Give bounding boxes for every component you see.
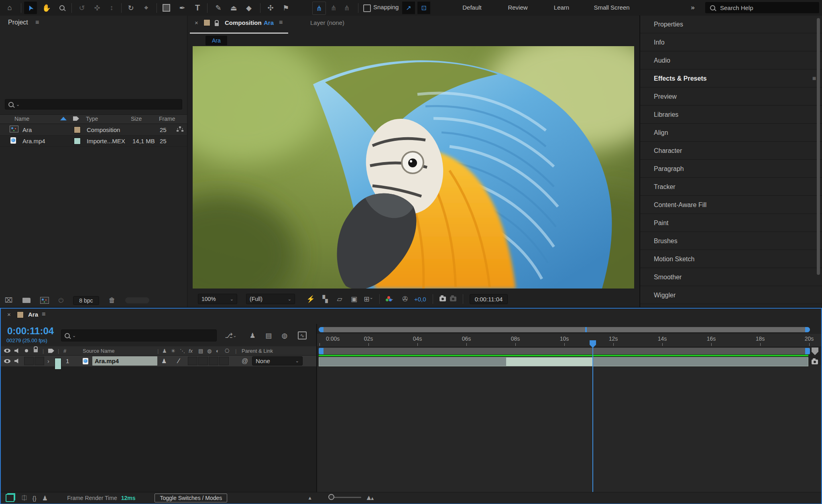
- workspace-tab-small-screen[interactable]: Small Screen: [587, 0, 637, 15]
- snap-to-features-icon[interactable]: ⊡: [417, 2, 430, 14]
- layer-label-swatch[interactable]: [55, 358, 61, 370]
- zoom-tool-icon[interactable]: [55, 2, 68, 14]
- delete-item-icon[interactable]: 🗑: [109, 297, 116, 305]
- magnification-dropdown[interactable]: 100%⌄: [198, 294, 237, 304]
- layer-expander-icon[interactable]: ›: [47, 356, 49, 366]
- source-name-column-header[interactable]: Source Name: [83, 346, 114, 355]
- effects-switch-icon[interactable]: fx: [189, 346, 193, 355]
- project-search-box[interactable]: ⌄: [5, 99, 182, 110]
- layer-switch-cell[interactable]: [209, 357, 218, 365]
- right-panel-scrollbar[interactable]: [817, 18, 820, 275]
- current-timecode[interactable]: 0:00:11:04: [7, 325, 54, 337]
- parent-pickwhip-icon[interactable]: @: [242, 356, 248, 366]
- solo-column-icon[interactable]: [25, 346, 28, 355]
- panel-tab-tracker[interactable]: Tracker: [640, 178, 822, 196]
- panel-menu-icon[interactable]: ≡: [42, 311, 45, 318]
- panel-tab-brushes[interactable]: Brushes: [640, 232, 822, 250]
- work-area-start-handle[interactable]: [319, 348, 324, 354]
- mask-visibility-icon[interactable]: ▱: [334, 295, 345, 303]
- layer-row[interactable]: › 1 Ara.mp4 ♟ ∕ @ None⌄: [1, 356, 316, 366]
- parent-link-column-header[interactable]: Parent & Link: [242, 346, 273, 355]
- composition-tab-label[interactable]: Composition: [225, 19, 262, 26]
- project-panel-menu-icon[interactable]: ≡: [35, 19, 39, 26]
- pen-tool-icon[interactable]: ✒: [176, 2, 189, 14]
- roto-brush-tool-icon[interactable]: ✣: [264, 2, 277, 14]
- expand-render-time-pane-icon[interactable]: ♟: [42, 494, 48, 502]
- close-icon[interactable]: ×: [195, 19, 198, 26]
- timeline-zoom-slider-knob[interactable]: [328, 494, 334, 500]
- snapping-checkbox[interactable]: [363, 4, 371, 12]
- project-row-composition[interactable]: Ara Composition 25: [0, 124, 187, 136]
- brush-tool-icon[interactable]: ✎: [212, 2, 225, 14]
- layer-source-name[interactable]: Ara.mp4: [92, 356, 157, 366]
- layer-switch-cell[interactable]: [219, 357, 229, 365]
- collapse-transformations-icon[interactable]: ✳: [171, 346, 175, 355]
- layer-switch-cell[interactable]: [198, 357, 208, 365]
- timeline-tab-name[interactable]: Ara: [28, 311, 38, 318]
- project-row-footage[interactable]: Ara.mp4 Importe...MEX 14,1 MB 25: [0, 135, 187, 147]
- render-engine-icon[interactable]: ⏻: [59, 297, 64, 304]
- frame-blending-master-icon[interactable]: ▤: [262, 330, 275, 341]
- parent-dropdown[interactable]: None⌄: [252, 356, 303, 366]
- panel-tab-smoother[interactable]: Smoother: [640, 268, 822, 286]
- workspace-overflow-chevron[interactable]: »: [685, 0, 701, 15]
- adjustment-layer-switch-icon[interactable]: ◐: [216, 346, 219, 355]
- clone-stamp-tool-icon[interactable]: ⏏: [227, 2, 240, 14]
- video-column-icon[interactable]: [4, 346, 10, 355]
- scrollbar-right-cap[interactable]: [805, 327, 810, 332]
- panel-tab-character[interactable]: Character: [640, 142, 822, 160]
- local-axis-mode-icon[interactable]: ⋔: [312, 2, 326, 15]
- channel-rgb-icon[interactable]: ⌄: [385, 296, 396, 302]
- exposure-value[interactable]: +0,0: [414, 296, 426, 303]
- composition-mini-flowchart-icon[interactable]: ⎇⌄: [225, 330, 237, 341]
- panel-tab-align[interactable]: Align: [640, 124, 822, 142]
- panel-tab-info[interactable]: Info: [640, 34, 822, 51]
- layer-switch-cell[interactable]: [188, 357, 197, 365]
- type-tool-icon[interactable]: T: [191, 2, 204, 14]
- fast-preview-icon[interactable]: ⚡: [305, 295, 316, 303]
- frame-blend-switch-icon[interactable]: ▤: [198, 346, 203, 355]
- home-icon[interactable]: ⌂: [3, 2, 16, 14]
- rectangle-tool-icon[interactable]: [160, 2, 173, 14]
- motion-blur-master-icon[interactable]: ◍: [279, 330, 291, 341]
- layer-video-eye-icon[interactable]: [4, 356, 10, 366]
- scrollbar-left-cap[interactable]: [319, 327, 324, 332]
- selection-tool-icon[interactable]: ➤: [24, 2, 37, 14]
- timeline-horizontal-scrollbar[interactable]: [319, 327, 810, 332]
- label-column-tag-icon[interactable]: [48, 346, 54, 355]
- layer-quality-toggle[interactable]: ∕: [178, 356, 179, 366]
- expand-layer-switches-icon[interactable]: [6, 494, 14, 502]
- orbit-camera-tool-icon[interactable]: ↺: [75, 2, 88, 14]
- resolution-dropdown[interactable]: (Full)⌄: [246, 294, 295, 304]
- shy-switch-icon[interactable]: ♟: [162, 346, 167, 355]
- grid-guides-icon[interactable]: ⊞⌄: [363, 295, 374, 303]
- layer-tab-label[interactable]: Layer (none): [310, 19, 344, 26]
- panel-tab-audio[interactable]: Audio: [640, 52, 822, 69]
- audio-column-icon[interactable]: [14, 346, 20, 355]
- comp-button-icon[interactable]: [812, 360, 818, 364]
- workspace-tab-learn[interactable]: Learn: [549, 0, 574, 15]
- panel-menu-icon[interactable]: ≡: [279, 19, 283, 26]
- unlock-icon[interactable]: [215, 23, 219, 26]
- composition-tab-name[interactable]: Ara: [264, 19, 274, 26]
- transparency-grid-icon[interactable]: ▚: [320, 295, 330, 303]
- layer-audio-icon[interactable]: [14, 356, 20, 366]
- index-column-header[interactable]: #: [63, 346, 66, 355]
- region-of-interest-icon[interactable]: ▣: [349, 295, 359, 303]
- column-frame-rate[interactable]: Frame Ra...: [159, 114, 187, 123]
- help-search-input[interactable]: [719, 4, 809, 12]
- take-snapshot-icon[interactable]: [439, 297, 446, 301]
- composition-mini-flow-chip[interactable]: Ara: [206, 36, 227, 45]
- world-axis-mode-icon[interactable]: ⋔: [327, 2, 340, 14]
- sort-ascending-icon[interactable]: [60, 117, 67, 120]
- timeline-column-divider[interactable]: [316, 324, 317, 492]
- 3d-layer-switch-icon[interactable]: ⎔: [225, 346, 229, 355]
- panel-tab-paint[interactable]: Paint: [640, 214, 822, 232]
- panel-tab-mask-interpolation[interactable]: Mask Interpolation: [640, 305, 822, 307]
- viewer-timecode[interactable]: 0:00:11:04: [470, 294, 508, 304]
- work-area-end-handle[interactable]: [805, 348, 810, 354]
- comp-marker-bin-icon[interactable]: [812, 348, 818, 355]
- playhead-line[interactable]: [592, 340, 593, 493]
- column-size[interactable]: Size: [131, 114, 142, 123]
- time-ruler[interactable]: 0:00s 02s 04s 06s 08s 10s 12s 14s 16s 18…: [317, 334, 821, 347]
